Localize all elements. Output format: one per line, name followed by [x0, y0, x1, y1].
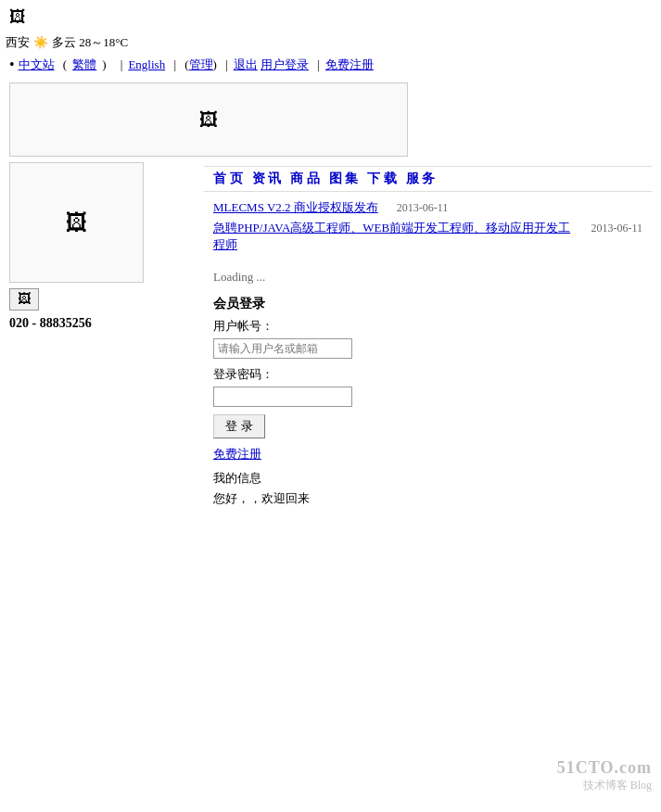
news-date-2: 2013-06-11 — [591, 222, 642, 235]
news-link-1[interactable]: MLECMS V2.2 商业授权版发布 — [213, 199, 378, 216]
weather-condition: 多云 — [52, 34, 76, 51]
weather-icon: ☀️ — [33, 35, 48, 50]
nav-sep-2: ) — [102, 57, 106, 72]
password-label: 登录密码： — [213, 366, 642, 383]
login-link[interactable]: 用户登录 — [261, 57, 309, 73]
nav-products[interactable]: 商 品 — [290, 171, 320, 187]
login-button[interactable]: 登 录 — [213, 414, 265, 438]
main-navigation: 首 页 资 讯 商 品 图 集 下 载 服 务 — [204, 166, 652, 192]
nav-sep-7: | — [222, 57, 228, 72]
register-link-member[interactable]: 免费注册 — [213, 447, 261, 461]
loading-indicator: Loading ... — [204, 270, 652, 285]
nav-home[interactable]: 首 页 — [213, 171, 243, 187]
nav-gallery[interactable]: 图 集 — [329, 171, 359, 187]
thumbnail-button[interactable]: 🖼 — [9, 288, 39, 311]
news-list: MLECMS V2.2 商业授权版发布 2013-06-11 急聘PHP/JAV… — [204, 196, 652, 260]
watermark-main: 51CTO.com — [557, 758, 652, 778]
logout-link[interactable]: 退出 — [234, 57, 258, 73]
welcome-text: 您好，，欢迎回来 — [213, 490, 642, 507]
watermark: 51CTO.com 技术博客 Blog — [557, 758, 652, 793]
banner-broken-image: 🖼 — [199, 109, 218, 131]
member-section: 会员登录 用户帐号： 登录密码： 登 录 免费注册 我的信息 您好，，欢迎回来 — [204, 292, 652, 511]
sidebar: 🖼 🖼 020 - 88835256 — [9, 162, 195, 511]
news-date-1: 2013-06-11 — [397, 201, 449, 215]
news-item: 急聘PHP/JAVA高级工程师、WEB前端开发工程师、移动应用开发工程师 201… — [213, 220, 642, 253]
password-input[interactable] — [213, 387, 352, 407]
nav-sep-3: | — [118, 57, 123, 72]
username-label: 用户帐号： — [213, 318, 642, 335]
nav-sep-1: ( — [60, 57, 68, 72]
nav-sep-8: | — [314, 57, 320, 72]
member-section-title: 会员登录 — [213, 296, 642, 312]
news-link-2[interactable]: 急聘PHP/JAVA高级工程师、WEB前端开发工程师、移动应用开发工程师 — [213, 220, 572, 253]
thumb-icon: 🖼 — [18, 292, 31, 307]
logo-broken-image: 🖼 — [66, 209, 88, 235]
traditional-link[interactable]: 繁體 — [72, 57, 96, 73]
admin-link[interactable]: 管理 — [189, 57, 213, 73]
english-link[interactable]: English — [128, 57, 165, 72]
watermark-sub: 技术博客 Blog — [557, 778, 652, 793]
register-link-top[interactable]: 免费注册 — [325, 57, 374, 73]
nav-service[interactable]: 服 务 — [406, 171, 436, 187]
logo-box: 🖼 — [9, 162, 144, 283]
weather-temp: 28～18°C — [79, 34, 128, 51]
news-item: MLECMS V2.2 商业授权版发布 2013-06-11 — [213, 199, 642, 216]
nav-sep-6: ) — [213, 57, 217, 72]
nav-news[interactable]: 资 讯 — [252, 171, 282, 187]
nav-sep-4: | — [171, 57, 176, 72]
nav-download[interactable]: 下 载 — [367, 171, 397, 187]
username-input[interactable] — [213, 338, 352, 359]
city-label: 西安 — [6, 34, 30, 51]
page-icon: 🖼 — [9, 7, 26, 26]
bullet-point: • — [9, 57, 15, 73]
banner-container: 🖼 — [9, 82, 408, 157]
nav-sep-5: ( — [182, 57, 189, 72]
phone-number: 020 - 88835256 — [9, 316, 195, 331]
my-info-label: 我的信息 — [213, 470, 642, 487]
chinese-site-link[interactable]: 中文站 — [19, 57, 55, 73]
